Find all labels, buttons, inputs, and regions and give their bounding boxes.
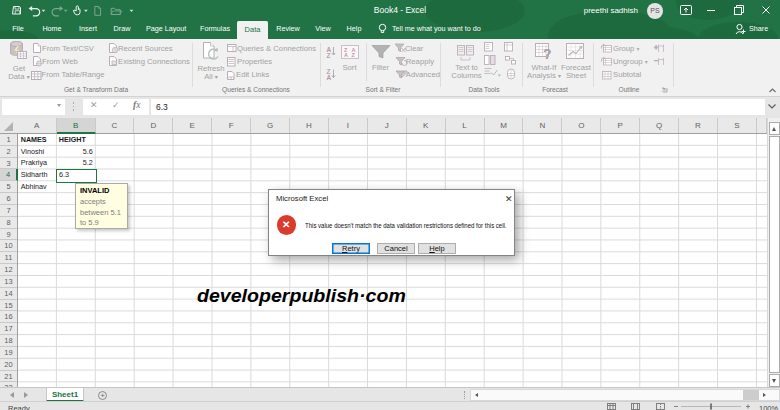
svg-text:Z: Z <box>327 52 331 59</box>
svg-text:A: A <box>327 74 332 81</box>
svg-text:+: + <box>654 44 658 51</box>
svg-text:A: A <box>344 52 348 58</box>
svg-text:−: − <box>654 57 658 64</box>
svg-text:?: ? <box>543 46 552 62</box>
